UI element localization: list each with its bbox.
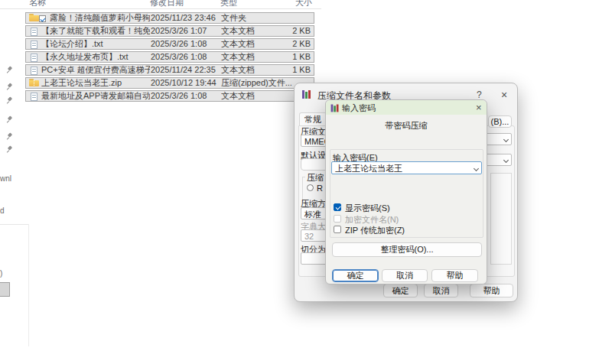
column-header-name[interactable]: 名称 xyxy=(29,0,46,8)
file-name: 【永久地址发布页】.txt xyxy=(41,52,150,62)
file-name: 【论坛介绍】.txt xyxy=(41,39,150,49)
row-checkbox[interactable] xyxy=(39,15,46,22)
text-file-icon xyxy=(31,93,37,101)
pane-divider xyxy=(28,224,29,346)
column-header-size[interactable]: 大小 xyxy=(282,0,312,8)
file-size: 2 KB xyxy=(256,26,311,36)
file-size: 1 KB xyxy=(256,52,311,62)
table-row[interactable]: 【论坛介绍】.txt 2025/3/26 1:08 文本文档 2 KB xyxy=(25,38,314,50)
clipped-button-fragment[interactable] xyxy=(0,282,10,297)
update-mode-select[interactable] xyxy=(484,133,512,145)
file-date: 2025/3/26 1:08 xyxy=(151,39,207,49)
organize-passwords-button[interactable]: 整理密码(O)... xyxy=(332,242,482,257)
pin-icon xyxy=(6,145,14,154)
checkbox-label: 显示密码(S) xyxy=(345,204,390,213)
file-name: 露脸！清纯颜值萝莉小母狗【电击萌... xyxy=(50,13,150,23)
file-size: 2 KB xyxy=(256,39,311,49)
pin-icon xyxy=(6,96,14,105)
format-label: 压缩 xyxy=(305,172,325,184)
tab-general[interactable]: 常规 xyxy=(299,112,327,126)
column-header-date[interactable]: 修改日期 xyxy=(150,0,184,8)
encrypt-filenames-checkbox xyxy=(334,215,341,223)
pin-icon xyxy=(6,115,14,124)
winrar-icon xyxy=(302,89,311,99)
checkbox-label: ZIP 传统加密(Z) xyxy=(345,226,405,235)
table-row[interactable]: PC+安卓 超便宜付费高速梯子.txt 2025/11/24 22:35 文本文… xyxy=(25,64,314,76)
pane-divider xyxy=(0,224,28,225)
browse-button[interactable]: (B)... xyxy=(488,115,512,128)
file-name: 【来了就能下载和观看！纯免费！】.txt xyxy=(41,26,150,36)
pin-icon xyxy=(6,66,14,74)
cancel-button[interactable]: 取消 xyxy=(424,284,458,297)
chevron-down-icon xyxy=(503,158,509,163)
table-row[interactable]: 露脸！清纯颜值萝莉小母狗【电击萌... 2025/11/23 23:46 文件夹 xyxy=(25,12,314,24)
file-name: 上老王论坛当老王.zip xyxy=(41,78,150,88)
table-row[interactable]: 【来了就能下载和观看！纯免费！】.txt 2025/3/26 1:07 文本文档… xyxy=(25,25,314,37)
table-row[interactable]: 上老王论坛当老王.zip 2025/10/12 19:44 压缩(zipped)… xyxy=(25,77,314,89)
winrar-icon xyxy=(331,104,340,112)
file-date: 2025/3/26 1:08 xyxy=(151,52,207,62)
cancel-button[interactable]: 取消 xyxy=(382,269,428,282)
clipped-nav-text: wnl xyxy=(0,174,11,183)
file-date: 2025/11/23 23:46 xyxy=(151,13,216,23)
format-radio-label: R xyxy=(317,184,323,193)
file-size: 1 KB xyxy=(256,65,311,75)
enter-password-dialog: 输入密码 × 带密码压缩 输入密码(E) 上老王论坛当老王 显示密码(S) 加密… xyxy=(325,99,487,284)
text-file-icon xyxy=(31,54,37,62)
text-file-icon xyxy=(31,28,37,36)
show-password-checkbox[interactable] xyxy=(334,203,341,211)
help-button[interactable]: 帮助 xyxy=(470,284,513,297)
options-select[interactable] xyxy=(484,154,512,166)
clipped-nav-text: d xyxy=(0,206,5,215)
header-divider xyxy=(0,8,321,9)
file-type: 文件夹 xyxy=(221,13,311,23)
help-icon[interactable]: ? xyxy=(477,89,482,100)
ok-button[interactable]: 确定 xyxy=(332,269,379,282)
file-name: PC+安卓 超便宜付费高速梯子.txt xyxy=(41,65,150,75)
password-input[interactable]: 上老王论坛当老王 xyxy=(331,161,482,174)
zip-folder-icon xyxy=(29,80,39,86)
folder-icon xyxy=(29,15,39,21)
text-file-icon xyxy=(31,41,37,49)
close-icon[interactable]: × xyxy=(501,89,507,101)
options-groupbox xyxy=(490,173,512,265)
chevron-down-icon xyxy=(474,166,479,171)
clipped-nav-text: ) xyxy=(0,269,2,278)
password-heading: 带密码压缩 xyxy=(326,120,487,132)
checkbox-label: 加密文件名(N) xyxy=(345,216,399,224)
file-date: 2025/3/26 1:08 xyxy=(151,91,207,101)
format-radio[interactable] xyxy=(307,184,314,191)
zip-legacy-encryption-checkbox[interactable] xyxy=(334,226,341,233)
file-date: 2025/3/26 1:07 xyxy=(151,26,207,36)
password-dialog-titlebar[interactable]: 输入密码 × xyxy=(326,100,487,115)
file-date: 2025/11/24 22:35 xyxy=(151,65,216,75)
table-row[interactable]: 最新地址及APP请发邮箱自动获取！！！.... 2025/3/26 1:08 文… xyxy=(25,90,314,102)
desktop: 名称 修改日期 类型 大小 露脸！清纯颜值萝莉小母狗【电击萌... 2025/1… xyxy=(0,0,612,364)
text-file-icon xyxy=(31,67,37,75)
pin-icon xyxy=(6,132,14,141)
help-button[interactable]: 帮助 xyxy=(431,269,478,282)
chevron-down-icon xyxy=(503,137,509,142)
ok-button[interactable]: 确定 xyxy=(383,284,418,297)
pin-icon xyxy=(6,83,14,91)
file-date: 2025/10/12 19:44 xyxy=(151,78,216,88)
table-row[interactable]: 【永久地址发布页】.txt 2025/3/26 1:08 文本文档 1 KB xyxy=(25,51,314,63)
close-icon[interactable]: × xyxy=(476,102,482,113)
file-name: 最新地址及APP请发邮箱自动获取！！！.... xyxy=(41,91,150,101)
dialog-title: 输入密码 xyxy=(342,102,376,114)
column-header-type[interactable]: 类型 xyxy=(220,0,237,8)
